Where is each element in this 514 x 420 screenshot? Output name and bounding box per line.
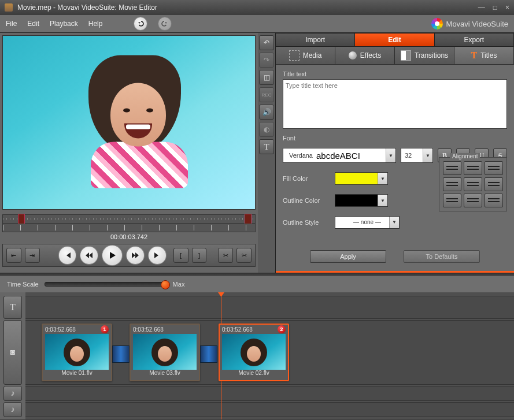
subtab-effects[interactable]: Effects	[335, 47, 395, 64]
clip-duration: 0:03:52.668	[133, 326, 164, 333]
clip-badge: 2	[278, 325, 286, 333]
menu-edit[interactable]: Edit	[27, 20, 39, 28]
tab-edit[interactable]: Edit	[355, 33, 434, 47]
set-out-button[interactable]: ]	[192, 248, 207, 263]
outline-style-label: Outline Style	[283, 219, 335, 226]
text-tool-button[interactable]: T	[259, 139, 274, 154]
minimize-button[interactable]: —	[478, 3, 485, 12]
media-icon	[289, 50, 299, 61]
menubar: File Edit Playback Help Movavi VideoSuit…	[0, 15, 514, 33]
go-end-button[interactable]	[148, 246, 167, 265]
timescale-row: Time Scale Max	[0, 276, 514, 292]
subtab-transitions[interactable]: Transitions	[395, 47, 454, 64]
font-size-dropdown[interactable]: 32 ▼	[401, 148, 433, 163]
align-tr-button[interactable]	[485, 161, 503, 175]
tab-import[interactable]: Import	[276, 33, 355, 47]
clip-badge: 1	[101, 325, 109, 333]
maximize-button[interactable]: □	[493, 3, 497, 12]
align-tl-button[interactable]	[443, 161, 461, 175]
undo-button[interactable]	[134, 17, 147, 31]
audio1-track-header[interactable]: ♪	[3, 386, 22, 401]
timecode: 00:00:03.742	[0, 233, 258, 244]
title-track[interactable]	[25, 296, 514, 319]
title-text-input[interactable]	[283, 79, 507, 129]
playback-bar: ⇤ ⇥ [ ] ✂ ✂	[2, 244, 256, 267]
forward-button[interactable]	[126, 246, 145, 265]
play-button[interactable]	[102, 245, 123, 266]
menu-playback[interactable]: Playback	[50, 20, 78, 28]
align-ml-button[interactable]	[443, 177, 461, 191]
rewind-button[interactable]	[80, 246, 98, 265]
clip[interactable]: 0:03:52.6682Movie 02.flv	[219, 324, 289, 381]
trim-track[interactable]	[2, 214, 256, 224]
titles-panel: Title text Font Verdana abcdeABCI ▼ 32 ▼…	[276, 65, 514, 273]
set-in-button[interactable]: [	[173, 248, 188, 263]
alignment-group: Alignment	[439, 157, 507, 211]
close-button[interactable]: ×	[505, 3, 509, 12]
font-family-dropdown[interactable]: Verdana abcdeABCI ▼	[283, 148, 396, 163]
timescale-slider[interactable]	[45, 282, 167, 287]
defaults-button[interactable]: To Defaults	[404, 250, 480, 263]
clip-name: Movie 02.flv	[220, 370, 288, 378]
timescale-label: Time Scale	[7, 281, 39, 288]
chevron-down-icon: ▼	[386, 148, 395, 162]
track-headers: T ◙ ♪ ♪	[0, 292, 25, 419]
align-mr-button[interactable]	[485, 177, 503, 191]
brand-pinwheel-icon	[431, 18, 443, 29]
audio-track-1[interactable]	[25, 386, 514, 401]
menu-file[interactable]: File	[6, 20, 17, 28]
clip[interactable]: 0:03:52.6681Movie 01.flv	[42, 324, 112, 381]
title-track-header[interactable]: T	[3, 296, 22, 319]
titles-icon: T	[471, 50, 478, 61]
font-label: Font	[283, 135, 507, 142]
transition[interactable]	[200, 345, 217, 363]
main-tabs: Import Edit Export	[276, 33, 514, 47]
align-bl-button[interactable]	[443, 194, 461, 207]
align-bc-button[interactable]	[464, 194, 482, 207]
tracks-area[interactable]: 0:03:52.6681Movie 01.flv0:03:52.668Movie…	[25, 292, 514, 419]
timescale-max-label: Max	[173, 281, 185, 288]
split-left-button[interactable]: ✂	[218, 248, 233, 263]
subtab-titles[interactable]: TTitles	[454, 47, 514, 64]
video-track-header[interactable]: ◙	[3, 320, 22, 385]
transition[interactable]	[112, 345, 130, 363]
preview-tools: ↶ ↷ ◫ REC 🔊 ◐ T	[258, 33, 275, 273]
crop-button[interactable]: ◫	[259, 70, 274, 85]
chevron-down-icon: ▼	[378, 195, 387, 206]
go-start-button[interactable]	[58, 246, 77, 265]
align-tc-button[interactable]	[464, 161, 482, 175]
clip-duration: 0:03:52.668	[45, 326, 76, 333]
volume-button[interactable]: 🔊	[259, 105, 274, 120]
brand: Movavi VideoSuite	[431, 18, 508, 29]
subtab-media[interactable]: Media	[276, 47, 335, 64]
edit-subtabs: Media Effects Transitions TTitles	[276, 47, 514, 65]
clip-thumbnail	[133, 334, 197, 370]
outline-color-picker[interactable]: ▼	[335, 194, 388, 207]
align-mc-button[interactable]	[464, 177, 482, 191]
align-br-button[interactable]	[485, 194, 503, 207]
audio2-track-header[interactable]: ♪	[3, 402, 22, 417]
rotate-cw-button[interactable]: ↷	[259, 53, 274, 68]
mark-out-button[interactable]: ⇥	[25, 248, 40, 263]
mark-in-button[interactable]: ⇤	[6, 248, 21, 263]
menu-help[interactable]: Help	[88, 20, 103, 28]
time-ruler[interactable]	[2, 224, 256, 232]
tab-export[interactable]: Export	[435, 33, 514, 47]
apply-button[interactable]: Apply	[310, 250, 386, 263]
preview-monitor[interactable]	[2, 35, 256, 210]
transitions-icon	[401, 50, 411, 61]
record-button[interactable]: REC	[259, 87, 274, 102]
split-right-button[interactable]: ✂	[236, 248, 252, 263]
effects-icon	[349, 51, 357, 60]
clip[interactable]: 0:03:52.668Movie 03.flv	[130, 324, 200, 381]
fill-color-label: Fill Color	[283, 175, 335, 182]
rotate-ccw-button[interactable]: ↶	[259, 35, 274, 50]
window-title: Movie.mep - Movavi VideoSuite: Movie Edi…	[17, 3, 157, 12]
redo-button[interactable]	[158, 17, 172, 31]
opacity-button[interactable]: ◐	[259, 122, 274, 137]
outline-style-dropdown[interactable]: — none —▼	[335, 216, 400, 229]
slider-knob[interactable]	[161, 280, 170, 289]
audio-track-2[interactable]	[25, 402, 514, 417]
fill-color-picker[interactable]: ▼	[335, 172, 388, 185]
alignment-label: Alignment	[450, 153, 480, 159]
